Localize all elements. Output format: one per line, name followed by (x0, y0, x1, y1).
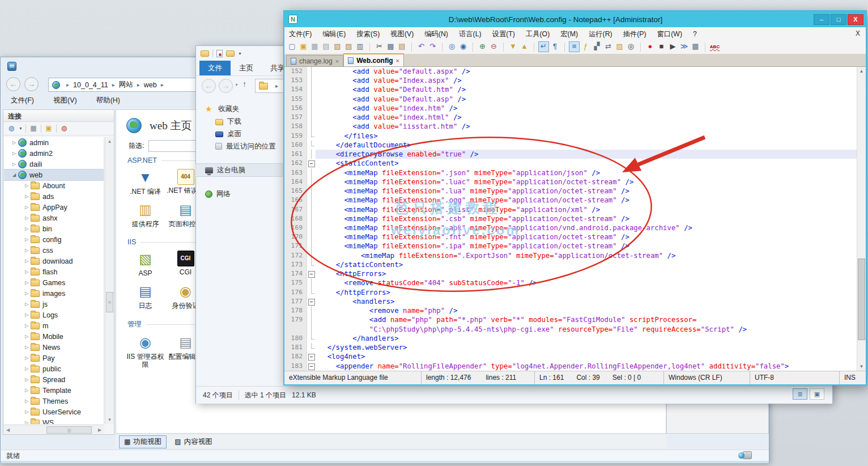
tree-folder-ashx[interactable]: ▷ashx (4, 213, 104, 223)
scroll-up-icon[interactable]: ▲ (105, 137, 114, 146)
tree-folder-spread[interactable]: ▷Spread (4, 374, 104, 385)
expand-icon[interactable]: ▷ (23, 355, 30, 361)
redo-button[interactable]: ↷ (427, 41, 438, 52)
expand-icon[interactable]: ▷ (11, 140, 18, 145)
new-folder-icon[interactable] (226, 50, 235, 57)
menu-item[interactable]: ? (693, 30, 697, 38)
sidebar-item-network[interactable]: 网络 (196, 188, 282, 200)
menu-item[interactable]: 文件(F) (11, 96, 34, 108)
tree-vertical-scrollbar[interactable]: ▲ ≡ ▼ (105, 137, 114, 424)
expand-icon[interactable]: ▷ (23, 291, 30, 296)
fold-marker[interactable] (307, 269, 316, 278)
save-all-button[interactable]: ▤ (321, 41, 331, 52)
macro-run-multiple-button[interactable]: ≫ (679, 41, 690, 52)
save-connections-icon[interactable]: ▦ (29, 124, 38, 133)
code-editor[interactable]: 152 <add value="default.aspx" />153 <add… (284, 67, 866, 371)
file-monitoring-button[interactable]: ◎ (626, 41, 636, 52)
find-button[interactable]: ◎ (446, 41, 457, 52)
sidebar-item-downloads[interactable]: 下载 (196, 115, 282, 128)
tree-folder-flash[interactable]: ▷flash (4, 266, 104, 277)
expand-icon[interactable]: ▷ (23, 334, 30, 339)
properties-icon[interactable] (216, 50, 223, 57)
expand-icon[interactable]: ▷ (23, 366, 30, 371)
expand-icon[interactable]: ▷ (23, 259, 30, 264)
tree-folder-public[interactable]: ▷public (4, 363, 104, 374)
tree-folder-css[interactable]: ▷css (4, 245, 104, 256)
save-file-button[interactable]: ▦ (309, 41, 320, 52)
sync-horizontal-button[interactable]: ▲ (519, 41, 530, 52)
expand-icon[interactable]: ▷ (23, 345, 30, 350)
document-tab-Web.config[interactable]: Web.config× (343, 53, 404, 66)
ribbon-tab-文件[interactable]: 文件 (199, 61, 231, 75)
tab-close-icon[interactable]: × (335, 58, 339, 65)
view-tab-内容视图[interactable]: ▨内容视图 (170, 436, 216, 448)
menu-item[interactable]: 视图(V) (390, 29, 414, 39)
close-button[interactable]: X (848, 14, 863, 25)
undo-button[interactable]: ↶ (416, 41, 427, 52)
forward-button[interactable]: → (24, 77, 39, 91)
document-switcher-button[interactable]: ⇄ (603, 41, 614, 52)
feature-logging[interactable]: ▤日志 (125, 283, 165, 310)
feature-asp[interactable]: ▧ASP (125, 251, 165, 277)
cut-button[interactable]: ✂ (374, 41, 385, 52)
tree-folder-games[interactable]: ▷Games (4, 277, 104, 288)
expand-icon[interactable]: ▷ (23, 377, 30, 382)
tree-folder-ws[interactable]: ▷WS (4, 417, 104, 424)
expand-icon[interactable]: ▷ (23, 312, 30, 317)
tree-site-admin2[interactable]: ▷admin2 (4, 148, 104, 159)
maximize-button[interactable]: □ (831, 14, 846, 25)
minimize-button[interactable]: – (814, 14, 829, 25)
feature-iis-manager-permissions[interactable]: ◉IIS 管理器权 限 (125, 334, 165, 368)
menu-item[interactable]: 视图(V) (53, 96, 77, 108)
tree-folder-mobile[interactable]: ▷Mobile (4, 331, 104, 342)
tree-folder-pay[interactable]: ▷Pay (4, 353, 104, 363)
zoom-in-button[interactable]: ⊕ (477, 41, 488, 52)
dropdown-arrow-icon[interactable]: ▼ (19, 126, 23, 130)
expand-icon[interactable]: ▷ (23, 388, 30, 393)
customize-quick-access-icon[interactable]: ▼ (238, 52, 242, 56)
menu-item[interactable]: 设置(T) (492, 29, 515, 39)
expand-icon[interactable]: ▷ (23, 280, 30, 285)
scroll-right-icon[interactable]: ▶ (95, 427, 104, 433)
tree-folder-themes[interactable]: ▷Themes (4, 396, 104, 406)
breadcrumb-segment[interactable]: web (144, 81, 157, 89)
collapse-icon[interactable]: ◢ (11, 172, 18, 177)
editor-vertical-scrollbar[interactable]: ▲ ▼ (857, 67, 866, 371)
back-button[interactable]: ← (202, 79, 216, 93)
expand-icon[interactable]: ▷ (23, 323, 30, 328)
macro-save-button[interactable]: ▦ (690, 41, 701, 52)
paste-button[interactable]: ▤ (397, 41, 407, 52)
new-file-button[interactable]: ▢ (287, 41, 297, 52)
tree-folder-config[interactable]: ▷config (4, 234, 104, 245)
sync-vertical-button[interactable]: ▼ (508, 41, 518, 52)
feature-net-compile[interactable]: ▼.NET 编译 (125, 169, 165, 196)
tree-folder-logs[interactable]: ▷Logs (4, 310, 104, 320)
expand-icon[interactable]: ▷ (11, 162, 18, 167)
tree-folder-userservice[interactable]: ▷UserService (4, 406, 104, 417)
view-tab-功能视图[interactable]: ▦功能视图 (119, 435, 167, 448)
indent-guide-button[interactable]: ≡ (569, 41, 580, 52)
macro-record-button[interactable]: ● (645, 41, 656, 52)
details-view-button[interactable]: ≣ (793, 388, 807, 400)
menu-item[interactable]: 编码(N) (424, 29, 448, 39)
show-all-characters-button[interactable]: ¶ (550, 41, 560, 52)
menu-item[interactable]: 窗口(W) (657, 29, 682, 39)
expand-icon[interactable]: ▷ (23, 194, 30, 199)
sidebar-item-desktop[interactable]: 桌面 (196, 128, 282, 140)
expand-icon[interactable]: ▷ (23, 399, 30, 404)
forward-button[interactable]: → (219, 79, 233, 93)
document-tab-change.log[interactable]: change.log× (286, 55, 343, 66)
tree-folder-ads[interactable]: ▷ads (4, 191, 104, 202)
menu-item[interactable]: 文件(F) (289, 29, 312, 39)
spell-check-button[interactable]: ABC (709, 41, 720, 52)
expand-icon[interactable]: ▷ (23, 302, 30, 307)
tab-close-icon[interactable]: × (396, 57, 399, 64)
create-connection-icon[interactable]: ◍ (7, 124, 16, 133)
tree-folder-apppay[interactable]: ▷AppPay (4, 202, 104, 213)
document-map-button[interactable]: ▞ (592, 41, 602, 52)
word-wrap-button[interactable]: ↵ (538, 41, 549, 52)
breadcrumb-segment[interactable]: 10_0_4_11 (73, 81, 108, 89)
sidebar-item-recent-places[interactable]: 最近访问的位置 (196, 140, 282, 152)
breadcrumb-segment[interactable]: 网站 (119, 80, 133, 90)
tree-folder-download[interactable]: ▷download (4, 256, 104, 266)
